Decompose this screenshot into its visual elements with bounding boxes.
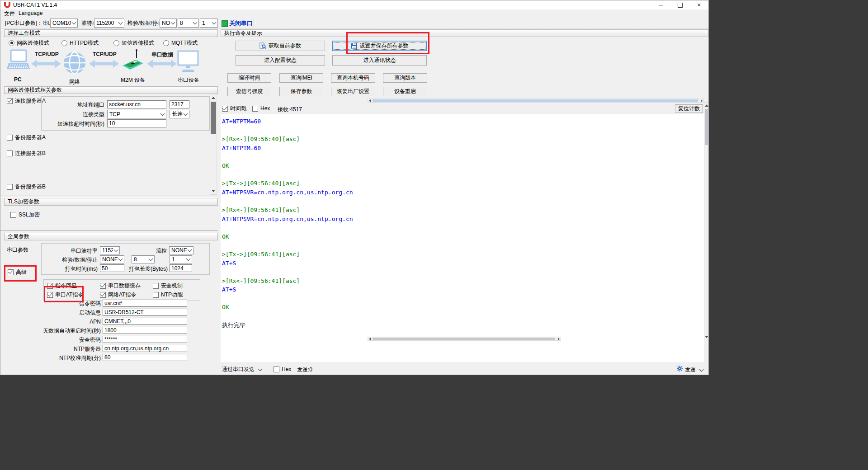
scroll-right-icon[interactable] xyxy=(701,99,703,102)
button-label: 复位计数 xyxy=(678,105,700,113)
get-params-button[interactable]: 获取当前参数 xyxy=(236,41,325,51)
ntp-period-input[interactable] xyxy=(103,354,187,361)
radio-label: MQTT模式 xyxy=(171,39,198,47)
factory-reset-button[interactable]: 恢复出厂设置 xyxy=(331,87,375,96)
global-parity-select[interactable]: NONE xyxy=(100,255,124,263)
link-label-tcpudp-1: TCP/UDP xyxy=(35,51,59,57)
com-port-select[interactable]: COM10 xyxy=(50,19,78,28)
scroll-down-icon[interactable] xyxy=(705,336,708,338)
net-at-checkbox[interactable]: 网络AT指令 xyxy=(100,291,136,298)
checkbox-icon xyxy=(100,292,106,298)
security-checkbox[interactable]: 安全机制 xyxy=(153,282,183,289)
button-label: 查询版本 xyxy=(394,74,416,82)
scrollbar-thumb[interactable] xyxy=(373,338,555,340)
serial-open-status-icon xyxy=(222,20,228,27)
query-signal-button[interactable]: 查信号强度 xyxy=(227,87,271,96)
log-line: OK xyxy=(222,303,704,312)
global-stopbits-select[interactable]: 1 xyxy=(170,255,192,263)
timestamp-checkbox[interactable]: 时间戳 xyxy=(222,105,246,112)
radio-sms-mode[interactable]: 短信透传模式 xyxy=(113,40,154,46)
pack-time-input[interactable] xyxy=(100,264,124,272)
global-databits-select[interactable]: 8 xyxy=(132,255,155,263)
databits-select[interactable]: 8 xyxy=(178,19,199,28)
advanced-checkbox[interactable]: 高级 xyxy=(8,269,27,275)
query-number-button[interactable]: 查询本机号码 xyxy=(331,73,375,83)
send-button[interactable]: 发送 xyxy=(685,366,703,374)
enter-comm-button[interactable]: 进入通讯状态 xyxy=(332,55,427,66)
checkbox-label: 备份服务器A xyxy=(15,134,46,141)
server-port-input[interactable] xyxy=(170,100,189,108)
ntp-checkbox[interactable]: NTP功能 xyxy=(153,291,183,298)
radio-httpd-mode[interactable]: HTTPD模式 xyxy=(61,40,99,46)
menu-language[interactable]: Language xyxy=(19,10,42,16)
compile-time-button[interactable]: 编译时间 xyxy=(227,73,271,83)
conn-type-select[interactable]: TCP xyxy=(107,110,166,118)
close-icon: ✕ xyxy=(697,2,701,8)
close-button[interactable]: ✕ xyxy=(689,0,708,9)
parity-select[interactable]: NONI xyxy=(160,19,177,28)
log-line xyxy=(222,126,704,135)
titlebar[interactable]: USR-CAT1 V1.1.4 ✕ xyxy=(0,0,708,9)
scrollbar-thumb[interactable] xyxy=(373,99,698,102)
scroll-up-icon[interactable] xyxy=(705,104,708,107)
log-view[interactable]: AT+NTPTM=60 >[Rx<-][09:56:40][asc]AT+NTP… xyxy=(221,114,704,362)
reset-count-button[interactable]: 复位计数 xyxy=(675,104,703,113)
scroll-left-icon[interactable] xyxy=(369,338,371,340)
scroll-up-icon[interactable] xyxy=(212,97,215,99)
log-hex-checkbox[interactable]: Hex xyxy=(252,105,270,112)
backup-a-checkbox[interactable]: 备份服务器A xyxy=(7,134,46,141)
log-line: >[Tx->][09:56:40][asc] xyxy=(222,179,704,188)
log-bottom-scrollbar[interactable] xyxy=(368,337,561,341)
radio-mqtt-mode[interactable]: MQTT模式 xyxy=(163,40,198,46)
radio-net-transparent-mode[interactable]: 网络透传模式 xyxy=(9,40,49,46)
apn-input[interactable] xyxy=(103,318,187,325)
device-restart-button[interactable]: 设备重启 xyxy=(383,87,427,96)
boot-info-input[interactable] xyxy=(103,309,187,316)
chevron-down-icon xyxy=(188,248,192,252)
conn-mode-select[interactable]: 长连 xyxy=(170,110,189,118)
save-params-button[interactable]: 保存参数 xyxy=(279,87,323,96)
maximize-button[interactable] xyxy=(670,0,689,9)
backup-b-checkbox[interactable]: 备份服务器B xyxy=(7,183,46,190)
scroll-down-icon[interactable] xyxy=(212,190,215,192)
server-address-input[interactable] xyxy=(107,100,166,108)
no-data-restart-label: 无数据自动重启时间(秒) xyxy=(14,328,101,334)
security-password-input[interactable] xyxy=(103,336,187,343)
button-label: 设置并保存所有参数 xyxy=(360,42,409,50)
short-timeout-input[interactable] xyxy=(107,119,166,127)
ntp-server-input[interactable] xyxy=(103,345,187,352)
button-label: 查询本机号码 xyxy=(337,74,369,82)
flow-select[interactable]: NONE xyxy=(169,246,193,254)
short-timeout-label: 短连接超时时间(秒) xyxy=(19,121,104,127)
menu-file[interactable]: 文件 xyxy=(4,10,15,18)
query-version-button[interactable]: 查询版本 xyxy=(383,73,427,83)
databits-value: 8 xyxy=(180,20,183,26)
close-serial-button[interactable]: 关闭串口 xyxy=(229,19,253,28)
global-baud-select[interactable]: 115200 xyxy=(100,246,120,254)
minimize-button[interactable] xyxy=(651,0,670,9)
baud-select[interactable]: 115200 xyxy=(94,19,124,28)
cmd-password-input[interactable] xyxy=(103,300,187,307)
no-data-restart-input[interactable] xyxy=(103,327,187,334)
log-top-scrollbar[interactable] xyxy=(368,99,704,103)
scroll-left-icon[interactable] xyxy=(369,99,371,102)
server-b-checkbox[interactable]: 连接服务器B xyxy=(7,150,46,156)
query-imei-button[interactable]: 查询IMEI xyxy=(279,73,323,83)
scroll-right-icon[interactable] xyxy=(558,338,560,340)
serial-cache-checkbox[interactable]: 串口数据缓存 xyxy=(100,282,141,289)
send-hex-checkbox[interactable]: Hex xyxy=(274,366,291,372)
ssl-checkbox[interactable]: SSL加密 xyxy=(10,212,40,218)
checkbox-icon xyxy=(10,212,16,218)
send-via-serial-dropdown[interactable]: 通过串口发送 xyxy=(222,366,262,373)
set-save-params-button[interactable]: 设置并保存所有参数 xyxy=(332,41,427,51)
enter-config-button[interactable]: 进入配置状态 xyxy=(236,55,325,66)
stopbits-select[interactable]: 1 xyxy=(200,19,218,28)
log-vertical-scrollbar[interactable] xyxy=(704,102,709,340)
net-params-scrollbar[interactable] xyxy=(210,94,217,195)
scrollbar-thumb[interactable] xyxy=(705,109,708,145)
scrollbar-thumb[interactable] xyxy=(211,102,216,134)
serial-at-checkbox[interactable]: 串口AT指令 xyxy=(47,291,83,298)
pack-len-input[interactable] xyxy=(170,264,192,272)
checkbox-label: Hex xyxy=(282,366,291,372)
cmd-echo-checkbox[interactable]: 指令回显 xyxy=(47,282,77,289)
